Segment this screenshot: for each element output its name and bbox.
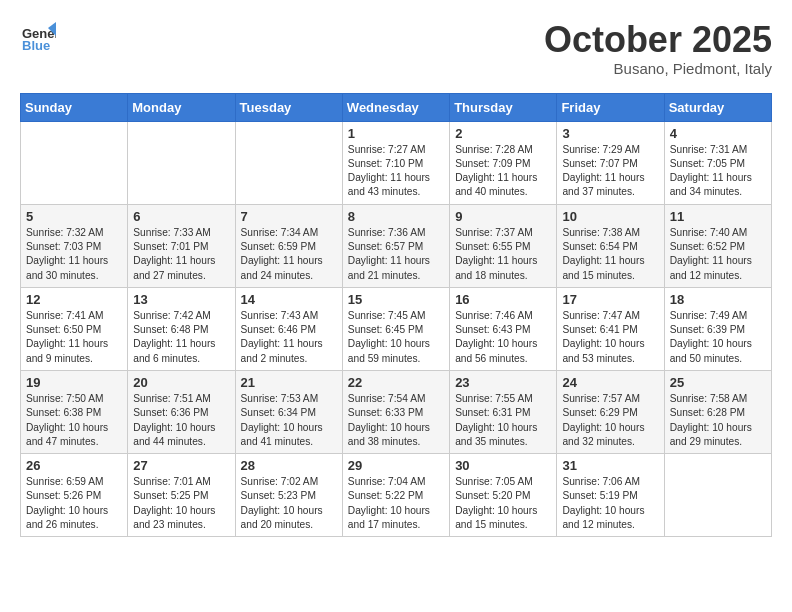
day-info: Sunrise: 7:41 AMSunset: 6:50 PMDaylight:… (26, 309, 122, 366)
weekday-header-sunday: Sunday (21, 93, 128, 121)
week-row-1: 1Sunrise: 7:27 AMSunset: 7:10 PMDaylight… (21, 121, 772, 204)
day-number: 26 (26, 458, 122, 473)
day-number: 14 (241, 292, 337, 307)
day-info: Sunrise: 7:45 AMSunset: 6:45 PMDaylight:… (348, 309, 444, 366)
weekday-header-tuesday: Tuesday (235, 93, 342, 121)
calendar-cell (664, 454, 771, 537)
day-info: Sunrise: 7:05 AMSunset: 5:20 PMDaylight:… (455, 475, 551, 532)
day-info: Sunrise: 7:54 AMSunset: 6:33 PMDaylight:… (348, 392, 444, 449)
calendar-cell: 18Sunrise: 7:49 AMSunset: 6:39 PMDayligh… (664, 287, 771, 370)
day-info: Sunrise: 7:34 AMSunset: 6:59 PMDaylight:… (241, 226, 337, 283)
day-number: 10 (562, 209, 658, 224)
location-subtitle: Busano, Piedmont, Italy (544, 60, 772, 77)
day-info: Sunrise: 7:50 AMSunset: 6:38 PMDaylight:… (26, 392, 122, 449)
day-info: Sunrise: 7:40 AMSunset: 6:52 PMDaylight:… (670, 226, 766, 283)
calendar-cell: 8Sunrise: 7:36 AMSunset: 6:57 PMDaylight… (342, 204, 449, 287)
day-number: 2 (455, 126, 551, 141)
day-info: Sunrise: 7:51 AMSunset: 6:36 PMDaylight:… (133, 392, 229, 449)
calendar-cell: 2Sunrise: 7:28 AMSunset: 7:09 PMDaylight… (450, 121, 557, 204)
day-info: Sunrise: 7:01 AMSunset: 5:25 PMDaylight:… (133, 475, 229, 532)
calendar-cell: 13Sunrise: 7:42 AMSunset: 6:48 PMDayligh… (128, 287, 235, 370)
day-info: Sunrise: 7:04 AMSunset: 5:22 PMDaylight:… (348, 475, 444, 532)
calendar-cell: 22Sunrise: 7:54 AMSunset: 6:33 PMDayligh… (342, 370, 449, 453)
calendar-cell: 24Sunrise: 7:57 AMSunset: 6:29 PMDayligh… (557, 370, 664, 453)
day-info: Sunrise: 7:32 AMSunset: 7:03 PMDaylight:… (26, 226, 122, 283)
day-number: 1 (348, 126, 444, 141)
month-title: October 2025 (544, 20, 772, 60)
day-number: 31 (562, 458, 658, 473)
logo: General Blue (20, 20, 56, 56)
day-number: 6 (133, 209, 229, 224)
day-info: Sunrise: 7:29 AMSunset: 7:07 PMDaylight:… (562, 143, 658, 200)
page-header: General Blue October 2025 Busano, Piedmo… (20, 20, 772, 77)
calendar-cell: 25Sunrise: 7:58 AMSunset: 6:28 PMDayligh… (664, 370, 771, 453)
day-number: 12 (26, 292, 122, 307)
logo-icon: General Blue (20, 20, 56, 56)
calendar-cell: 1Sunrise: 7:27 AMSunset: 7:10 PMDaylight… (342, 121, 449, 204)
day-number: 11 (670, 209, 766, 224)
week-row-3: 12Sunrise: 7:41 AMSunset: 6:50 PMDayligh… (21, 287, 772, 370)
week-row-2: 5Sunrise: 7:32 AMSunset: 7:03 PMDaylight… (21, 204, 772, 287)
calendar-cell: 21Sunrise: 7:53 AMSunset: 6:34 PMDayligh… (235, 370, 342, 453)
day-info: Sunrise: 7:06 AMSunset: 5:19 PMDaylight:… (562, 475, 658, 532)
weekday-header-wednesday: Wednesday (342, 93, 449, 121)
day-number: 8 (348, 209, 444, 224)
day-info: Sunrise: 7:33 AMSunset: 7:01 PMDaylight:… (133, 226, 229, 283)
day-number: 29 (348, 458, 444, 473)
day-number: 24 (562, 375, 658, 390)
day-info: Sunrise: 6:59 AMSunset: 5:26 PMDaylight:… (26, 475, 122, 532)
calendar-cell: 19Sunrise: 7:50 AMSunset: 6:38 PMDayligh… (21, 370, 128, 453)
calendar-table: SundayMondayTuesdayWednesdayThursdayFrid… (20, 93, 772, 538)
day-number: 23 (455, 375, 551, 390)
calendar-cell: 4Sunrise: 7:31 AMSunset: 7:05 PMDaylight… (664, 121, 771, 204)
title-block: October 2025 Busano, Piedmont, Italy (544, 20, 772, 77)
calendar-cell: 23Sunrise: 7:55 AMSunset: 6:31 PMDayligh… (450, 370, 557, 453)
calendar-cell: 29Sunrise: 7:04 AMSunset: 5:22 PMDayligh… (342, 454, 449, 537)
calendar-cell: 26Sunrise: 6:59 AMSunset: 5:26 PMDayligh… (21, 454, 128, 537)
day-info: Sunrise: 7:38 AMSunset: 6:54 PMDaylight:… (562, 226, 658, 283)
calendar-cell: 3Sunrise: 7:29 AMSunset: 7:07 PMDaylight… (557, 121, 664, 204)
day-info: Sunrise: 7:49 AMSunset: 6:39 PMDaylight:… (670, 309, 766, 366)
svg-text:Blue: Blue (22, 38, 50, 53)
calendar-cell: 15Sunrise: 7:45 AMSunset: 6:45 PMDayligh… (342, 287, 449, 370)
day-info: Sunrise: 7:47 AMSunset: 6:41 PMDaylight:… (562, 309, 658, 366)
day-number: 3 (562, 126, 658, 141)
calendar-cell: 10Sunrise: 7:38 AMSunset: 6:54 PMDayligh… (557, 204, 664, 287)
day-number: 28 (241, 458, 337, 473)
day-number: 21 (241, 375, 337, 390)
calendar-cell: 7Sunrise: 7:34 AMSunset: 6:59 PMDaylight… (235, 204, 342, 287)
calendar-cell: 28Sunrise: 7:02 AMSunset: 5:23 PMDayligh… (235, 454, 342, 537)
day-info: Sunrise: 7:43 AMSunset: 6:46 PMDaylight:… (241, 309, 337, 366)
calendar-cell (235, 121, 342, 204)
weekday-header-thursday: Thursday (450, 93, 557, 121)
day-info: Sunrise: 7:28 AMSunset: 7:09 PMDaylight:… (455, 143, 551, 200)
day-number: 20 (133, 375, 229, 390)
day-info: Sunrise: 7:02 AMSunset: 5:23 PMDaylight:… (241, 475, 337, 532)
weekday-header-row: SundayMondayTuesdayWednesdayThursdayFrid… (21, 93, 772, 121)
calendar-cell: 17Sunrise: 7:47 AMSunset: 6:41 PMDayligh… (557, 287, 664, 370)
weekday-header-saturday: Saturday (664, 93, 771, 121)
calendar-cell: 30Sunrise: 7:05 AMSunset: 5:20 PMDayligh… (450, 454, 557, 537)
day-number: 17 (562, 292, 658, 307)
day-info: Sunrise: 7:31 AMSunset: 7:05 PMDaylight:… (670, 143, 766, 200)
day-number: 30 (455, 458, 551, 473)
calendar-cell (128, 121, 235, 204)
calendar-cell: 11Sunrise: 7:40 AMSunset: 6:52 PMDayligh… (664, 204, 771, 287)
day-info: Sunrise: 7:55 AMSunset: 6:31 PMDaylight:… (455, 392, 551, 449)
calendar-cell: 12Sunrise: 7:41 AMSunset: 6:50 PMDayligh… (21, 287, 128, 370)
calendar-cell (21, 121, 128, 204)
calendar-cell: 6Sunrise: 7:33 AMSunset: 7:01 PMDaylight… (128, 204, 235, 287)
week-row-4: 19Sunrise: 7:50 AMSunset: 6:38 PMDayligh… (21, 370, 772, 453)
day-info: Sunrise: 7:42 AMSunset: 6:48 PMDaylight:… (133, 309, 229, 366)
day-number: 9 (455, 209, 551, 224)
weekday-header-friday: Friday (557, 93, 664, 121)
day-info: Sunrise: 7:36 AMSunset: 6:57 PMDaylight:… (348, 226, 444, 283)
day-number: 25 (670, 375, 766, 390)
week-row-5: 26Sunrise: 6:59 AMSunset: 5:26 PMDayligh… (21, 454, 772, 537)
calendar-cell: 27Sunrise: 7:01 AMSunset: 5:25 PMDayligh… (128, 454, 235, 537)
calendar-cell: 20Sunrise: 7:51 AMSunset: 6:36 PMDayligh… (128, 370, 235, 453)
day-info: Sunrise: 7:37 AMSunset: 6:55 PMDaylight:… (455, 226, 551, 283)
calendar-cell: 5Sunrise: 7:32 AMSunset: 7:03 PMDaylight… (21, 204, 128, 287)
day-info: Sunrise: 7:46 AMSunset: 6:43 PMDaylight:… (455, 309, 551, 366)
day-info: Sunrise: 7:27 AMSunset: 7:10 PMDaylight:… (348, 143, 444, 200)
